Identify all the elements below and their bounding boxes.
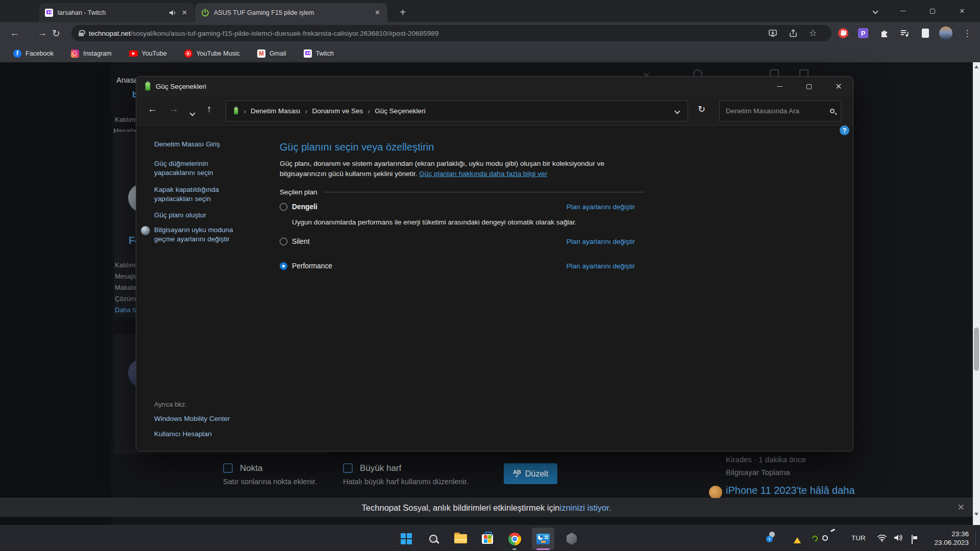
power-options-window: Güç Seçenekleri ✕ ← → ↑ › Denetim Masası… bbox=[136, 76, 853, 452]
reload-icon[interactable]: ↻ bbox=[48, 26, 64, 41]
bookmark-instagram[interactable]: Instagram bbox=[71, 49, 112, 58]
file-explorer-button[interactable] bbox=[449, 528, 472, 550]
window-minimize-button[interactable] bbox=[768, 77, 791, 96]
window-maximize-button[interactable] bbox=[797, 77, 821, 96]
post-title-link[interactable]: iPhone 11 2023'te hâlâ daha bbox=[726, 485, 855, 496]
start-button[interactable] bbox=[395, 528, 418, 550]
control-panel-taskbar-button[interactable] bbox=[532, 528, 554, 550]
checkbox-nokta-label[interactable]: Nokta bbox=[240, 463, 262, 473]
checkbox-buyukharf[interactable] bbox=[343, 463, 353, 473]
p-extension-icon[interactable]: P bbox=[856, 27, 870, 40]
profile-avatar[interactable] bbox=[939, 27, 952, 40]
nav-forward-icon[interactable]: → bbox=[169, 104, 179, 115]
power-plan-main: Güç planını seçin veya özelleştirin Güç … bbox=[280, 77, 637, 451]
notification-text: Technopat Sosyal, anlık bildirimleri etk… bbox=[362, 503, 560, 513]
microsoft-store-button[interactable] bbox=[476, 528, 499, 550]
bookmark-twitch[interactable]: Twitch bbox=[304, 49, 334, 58]
taskbar-clock[interactable]: 23:36 23.06.2023 bbox=[934, 530, 969, 547]
scroll-up-icon[interactable] bbox=[974, 65, 978, 68]
lock-icon[interactable] bbox=[79, 33, 84, 36]
reader-extension-icon[interactable] bbox=[919, 27, 932, 40]
duzelt-button[interactable]: AB Düzelt bbox=[504, 463, 557, 484]
taskbar-search-button[interactable] bbox=[422, 528, 445, 550]
folder-icon bbox=[454, 534, 467, 543]
url-text[interactable]: technopat.net/sosyal/konu/asus-tuf-gamin… bbox=[89, 30, 438, 37]
battery-tray-icon[interactable] bbox=[912, 535, 913, 544]
post-category[interactable]: Bilgisayar Toplama bbox=[726, 468, 790, 477]
tab-close-icon[interactable]: ✕ bbox=[374, 8, 381, 17]
nav-recent-chevron-icon[interactable] bbox=[190, 107, 194, 118]
search-icon[interactable] bbox=[830, 109, 835, 113]
twitch-icon bbox=[304, 49, 312, 58]
install-icon[interactable] bbox=[768, 29, 777, 38]
instagram-icon bbox=[71, 49, 79, 58]
control-panel-search-box[interactable] bbox=[719, 101, 841, 121]
back-icon[interactable]: ← bbox=[7, 26, 22, 41]
tab-asus-active[interactable]: ASUS TUF Gaming F15 pilde işlem ✕ bbox=[195, 3, 387, 22]
checkbox-nokta[interactable] bbox=[223, 463, 233, 473]
tab-title: ASUS TUF Gaming F15 pilde işlem bbox=[214, 9, 369, 16]
notification-permission-link[interactable]: izninizi istiyor. bbox=[560, 503, 611, 513]
tab-search-chevron-icon[interactable] bbox=[864, 0, 887, 22]
chrome-running-indicator bbox=[512, 548, 517, 550]
bookmark-facebook[interactable]: fFacebook bbox=[13, 49, 54, 58]
browser-maximize-button[interactable] bbox=[921, 0, 944, 22]
nav-up-icon[interactable]: ↑ bbox=[207, 104, 212, 115]
browser-close-button[interactable]: ✕ bbox=[950, 0, 974, 22]
twitch-favicon bbox=[45, 9, 53, 17]
page-title: Güç planını seçin veya özelleştirin bbox=[280, 141, 434, 153]
help-icon[interactable]: ? bbox=[840, 126, 849, 135]
bookmarks-bar: fFacebook Instagram YouTube YouTube Musi… bbox=[0, 44, 980, 62]
tab-close-icon[interactable]: ✕ bbox=[181, 8, 188, 17]
radio-performance-selected[interactable] bbox=[280, 262, 287, 270]
wifi-icon[interactable] bbox=[877, 534, 887, 542]
extensions-puzzle-icon[interactable] bbox=[878, 27, 891, 40]
share-icon[interactable] bbox=[789, 29, 798, 38]
chrome-taskbar-button[interactable] bbox=[503, 528, 526, 550]
window-close-button[interactable]: ✕ bbox=[827, 77, 850, 96]
volume-icon[interactable] bbox=[893, 534, 903, 542]
sleep-orb-icon bbox=[141, 226, 150, 235]
bookmark-youtube[interactable]: YouTube bbox=[129, 50, 167, 57]
tab-twitch[interactable]: larsahan - Twitch ✕ bbox=[39, 3, 194, 22]
search-input[interactable] bbox=[726, 107, 830, 115]
nav-refresh-icon[interactable]: ↻ bbox=[698, 104, 705, 115]
sidebar-item-lid-close[interactable]: Kapak kapatıldığında yapılacakları seçin bbox=[154, 185, 241, 204]
browser-menu-icon[interactable]: ⋮ bbox=[961, 27, 974, 40]
tab-audio-icon[interactable] bbox=[169, 9, 176, 16]
radio-dengeli[interactable] bbox=[280, 203, 287, 211]
address-dropdown-chevron-icon[interactable] bbox=[674, 108, 680, 114]
new-tab-button[interactable]: + bbox=[396, 5, 410, 19]
see-also-user-accounts[interactable]: Kullanıcı Hesapları bbox=[154, 430, 212, 438]
forward-icon[interactable]: → bbox=[35, 26, 50, 41]
sidebar-item-home[interactable]: Denetim Masası Giriş bbox=[154, 140, 241, 149]
browser-minimize-button[interactable] bbox=[891, 0, 915, 22]
sidebar-item-sleep-settings[interactable]: Bilgisayarın uyku moduna geçme ayarların… bbox=[154, 226, 241, 244]
change-plan-settings-link[interactable]: Plan ayarlarını değiştir bbox=[567, 262, 635, 270]
tray-nvidia-icon[interactable] bbox=[810, 533, 820, 544]
more-info-link[interactable]: Güç planları hakkında daha fazla bilgi v… bbox=[419, 170, 547, 178]
page-scrollbar[interactable] bbox=[973, 62, 980, 525]
radio-silent[interactable] bbox=[280, 238, 287, 245]
notification-close-icon[interactable]: ✕ bbox=[958, 502, 965, 513]
adblock-extension-icon[interactable] bbox=[837, 27, 850, 40]
sidebar-item-create-plan[interactable]: Güç planı oluştur bbox=[154, 211, 241, 220]
address-bar[interactable]: technopat.net/sosyal/konu/asus-tuf-gamin… bbox=[71, 25, 831, 41]
sidebar-item-power-buttons[interactable]: Güç düğmelerinin yapacaklarını seçin bbox=[154, 159, 241, 178]
scroll-down-icon[interactable] bbox=[974, 513, 978, 516]
change-plan-settings-link[interactable]: Plan ayarlarını değiştir bbox=[567, 203, 635, 211]
scrollbar-thumb[interactable] bbox=[974, 328, 979, 371]
change-plan-settings-link[interactable]: Plan ayarlarını değiştir bbox=[567, 238, 635, 245]
see-also-mobility-center[interactable]: Windows Mobility Center bbox=[154, 415, 230, 422]
battery-icon bbox=[145, 82, 151, 91]
nav-back-icon[interactable]: ← bbox=[148, 104, 157, 115]
bookmark-youtube-music[interactable]: YouTube Music bbox=[184, 49, 240, 58]
browser-tab-strip: larsahan - Twitch ✕ ASUS TUF Gaming F15 … bbox=[0, 0, 980, 22]
bookmark-star-icon[interactable]: ☆ bbox=[809, 28, 817, 39]
playlist-extension-icon[interactable] bbox=[898, 27, 911, 40]
armoury-crate-button[interactable] bbox=[560, 528, 583, 550]
checkbox-buyukharf-label[interactable]: Büyük harf bbox=[360, 463, 401, 473]
bookmark-gmail[interactable]: MGmail bbox=[257, 49, 286, 58]
show-desktop-divider[interactable] bbox=[975, 532, 976, 545]
language-indicator[interactable]: TUR bbox=[851, 534, 866, 542]
